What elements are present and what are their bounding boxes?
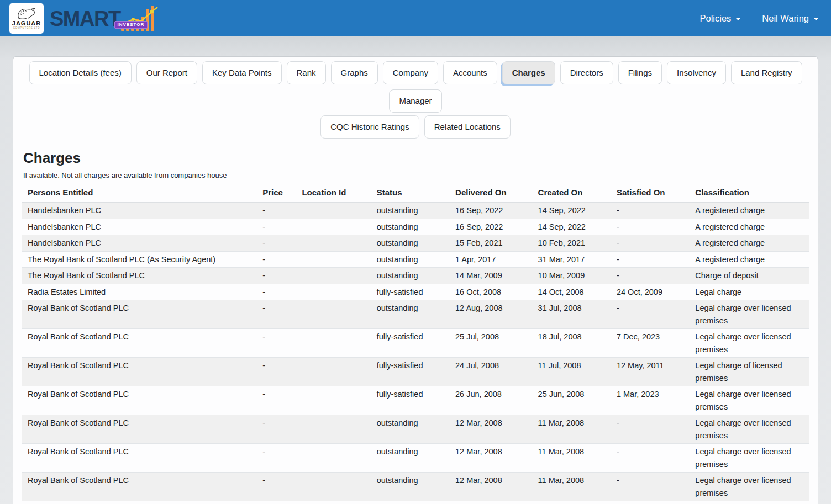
cell-status: outstanding xyxy=(372,501,451,504)
top-navigation: Policies Neil Waring xyxy=(699,0,819,36)
cell-satisfied-on: - xyxy=(612,235,691,252)
cell-persons-entitled: The Royal Bank of Scotland PLC (As Secur… xyxy=(22,251,258,268)
user-menu-dropdown[interactable]: Neil Waring xyxy=(762,13,819,24)
table-row: Royal Bank of Scotland PLC-outstanding12… xyxy=(22,415,809,444)
column-header-persons-entitled: Persons Entitled xyxy=(22,184,258,203)
cell-classification: Legal charge of licensed premises xyxy=(691,358,809,386)
cell-delivered-on: 12 Mar, 2008 xyxy=(451,501,534,504)
cell-location-id xyxy=(297,358,372,386)
cell-delivered-on: 26 Jun, 2008 xyxy=(451,386,534,415)
tab-rank[interactable]: Rank xyxy=(287,61,326,84)
jaguar-logo-subtext: COMPUTERS LTD xyxy=(13,26,40,30)
table-row: Royal Bank of Scotland PLC-outstanding12… xyxy=(22,444,809,473)
cell-status: outstanding xyxy=(372,473,451,501)
cell-price: - xyxy=(258,203,297,219)
cell-classification: Legal charge over licensed premises xyxy=(691,501,809,504)
cell-persons-entitled: Royal Bank of Scotland PLC xyxy=(22,300,258,329)
cell-price: - xyxy=(258,300,297,329)
cell-delivered-on: 16 Oct, 2008 xyxy=(451,284,534,300)
column-header-satisfied-on: Satisfied On xyxy=(612,184,691,203)
cell-satisfied-on: 7 Dec, 2023 xyxy=(612,329,691,358)
cell-classification: Legal charge xyxy=(691,284,809,300)
tab-insolvency[interactable]: Insolvency xyxy=(667,61,726,84)
cell-classification: Legal charge over licensed premises xyxy=(691,300,809,329)
cell-classification: A registered charge xyxy=(691,219,809,235)
cell-price: - xyxy=(258,358,297,386)
cell-status: outstanding xyxy=(372,235,451,252)
tabs-row-2: CQC Historic RatingsRelated Locations xyxy=(22,115,809,139)
cell-price: - xyxy=(258,473,297,501)
cell-location-id xyxy=(297,444,372,473)
cell-location-id xyxy=(297,203,372,219)
cell-created-on: 14 Sep, 2022 xyxy=(534,219,612,235)
table-row: Royal Bank of Scotland PLC-outstanding12… xyxy=(22,473,809,501)
cell-status: outstanding xyxy=(372,251,451,268)
tab-land-registry[interactable]: Land Registry xyxy=(731,61,802,84)
cell-location-id xyxy=(297,501,372,504)
table-row: The Royal Bank of Scotland PLC-outstandi… xyxy=(22,268,809,284)
cell-persons-entitled: Handelsbanken PLC xyxy=(22,203,258,219)
cell-price: - xyxy=(258,444,297,473)
cell-status: outstanding xyxy=(372,300,451,329)
cell-created-on: 11 Mar, 2008 xyxy=(534,501,612,504)
cell-classification: A registered charge xyxy=(691,203,809,219)
cell-location-id xyxy=(297,235,372,252)
cell-created-on: 18 Jul, 2008 xyxy=(534,329,612,358)
cell-price: - xyxy=(258,235,297,252)
cell-status: fully-satisfied xyxy=(372,386,451,415)
cell-delivered-on: 12 Mar, 2008 xyxy=(451,473,534,501)
cell-delivered-on: 12 Mar, 2008 xyxy=(451,415,534,444)
cell-classification: Charge of deposit xyxy=(691,268,809,284)
cell-satisfied-on: - xyxy=(612,444,691,473)
tab-company[interactable]: Company xyxy=(383,61,438,84)
table-row: Royal Bank of Scotland PLC-fully-satisfi… xyxy=(22,358,809,386)
cell-satisfied-on: - xyxy=(612,203,691,219)
cell-created-on: 10 Mar, 2009 xyxy=(534,268,612,284)
table-row: Handelsbanken PLC-outstanding15 Feb, 202… xyxy=(22,235,809,252)
tab-location-details-fees[interactable]: Location Details (fees) xyxy=(29,61,132,84)
cell-location-id xyxy=(297,473,372,501)
tab-directors[interactable]: Directors xyxy=(560,61,613,84)
cell-satisfied-on: - xyxy=(612,300,691,329)
jaguar-logo[interactable]: JAGUAR COMPUTERS LTD xyxy=(9,3,44,34)
cell-satisfied-on: 24 Oct, 2009 xyxy=(612,284,691,300)
column-header-delivered-on: Delivered On xyxy=(451,184,534,203)
tab-key-data-points[interactable]: Key Data Points xyxy=(202,61,282,84)
smart-investor-logo[interactable]: SMART INVESTOR xyxy=(50,4,163,33)
cell-status: outstanding xyxy=(372,268,451,284)
cell-classification: A registered charge xyxy=(691,251,809,268)
cell-classification: Legal charge over licensed premises xyxy=(691,329,809,358)
cell-price: - xyxy=(258,219,297,235)
cell-classification: Legal charge over licensed premises xyxy=(691,386,809,415)
policies-dropdown[interactable]: Policies xyxy=(699,13,741,24)
table-row: The Royal Bank of Scotland PLC (As Secur… xyxy=(22,251,809,268)
cell-status: outstanding xyxy=(372,444,451,473)
column-header-status: Status xyxy=(372,184,451,203)
cell-delivered-on: 24 Jul, 2008 xyxy=(451,358,534,386)
cell-price: - xyxy=(258,501,297,504)
cell-satisfied-on: 12 May, 2011 xyxy=(612,358,691,386)
column-header-classification: Classification xyxy=(691,184,809,203)
cell-created-on: 11 Mar, 2008 xyxy=(534,444,612,473)
table-header-row: Persons EntitledPriceLocation IdStatusDe… xyxy=(22,184,809,203)
cell-location-id xyxy=(297,219,372,235)
cell-persons-entitled: Handelsbanken PLC xyxy=(22,219,258,235)
tab-cqc-historic-ratings[interactable]: CQC Historic Ratings xyxy=(320,115,419,139)
tab-filings[interactable]: Filings xyxy=(618,61,662,84)
tab-graphs[interactable]: Graphs xyxy=(331,61,378,84)
tab-our-report[interactable]: Our Report xyxy=(136,61,197,84)
cell-location-id xyxy=(297,251,372,268)
cell-price: - xyxy=(258,251,297,268)
cell-price: - xyxy=(258,415,297,444)
caret-down-icon xyxy=(813,18,819,20)
cell-status: outstanding xyxy=(372,203,451,219)
cell-satisfied-on: - xyxy=(612,501,691,504)
cell-persons-entitled: Royal Bank of Scotland PLC xyxy=(22,358,258,386)
content-card: Location Details (fees)Our ReportKey Dat… xyxy=(13,56,818,504)
tab-accounts[interactable]: Accounts xyxy=(443,61,497,84)
tab-charges[interactable]: Charges xyxy=(502,61,555,84)
cell-created-on: 14 Sep, 2022 xyxy=(534,203,612,219)
tab-manager[interactable]: Manager xyxy=(389,89,441,113)
table-row: Handelsbanken PLC-outstanding16 Sep, 202… xyxy=(22,219,809,235)
tab-related-locations[interactable]: Related Locations xyxy=(424,115,511,139)
